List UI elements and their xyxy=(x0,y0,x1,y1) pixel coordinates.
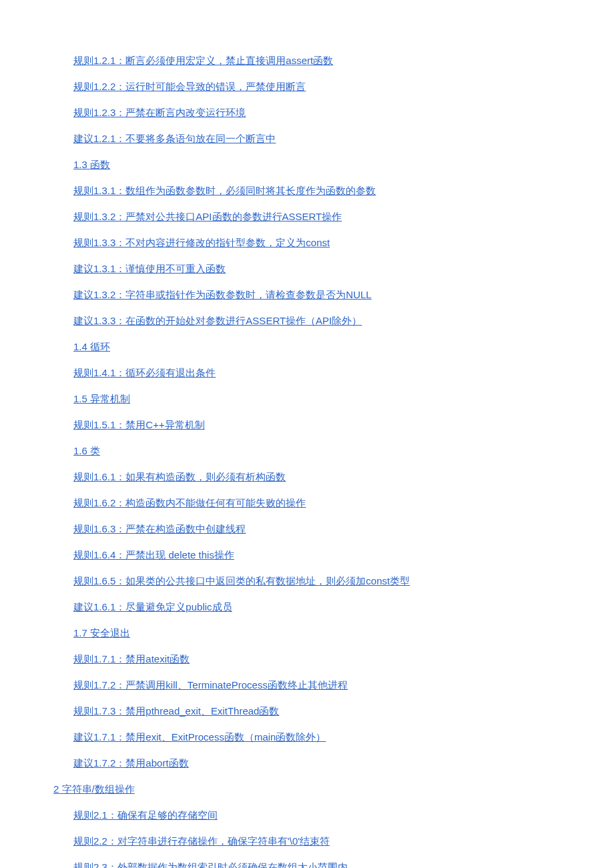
toc-entry: 规则1.6.4：严禁出现 delete this操作 xyxy=(73,548,587,562)
toc-link[interactable]: 规则1.7.3：禁用pthread_exit、ExitThread函数 xyxy=(73,705,279,717)
toc-entry: 1.5 异常机制 xyxy=(73,392,587,406)
toc-entry: 规则1.2.2：运行时可能会导致的错误，严禁使用断言 xyxy=(73,79,587,93)
toc-entry: 规则1.6.1：如果有构造函数，则必须有析构函数 xyxy=(73,470,587,484)
toc-link[interactable]: 建议1.3.1：谨慎使用不可重入函数 xyxy=(73,263,226,274)
toc-link[interactable]: 规则1.6.5：如果类的公共接口中返回类的私有数据地址，则必须加const类型 xyxy=(73,575,410,586)
toc-link[interactable]: 规则1.6.2：构造函数内不能做任何有可能失败的操作 xyxy=(73,497,306,508)
toc-link[interactable]: 1.6 类 xyxy=(73,445,100,456)
toc-link[interactable]: 规则1.2.1：断言必须使用宏定义，禁止直接调用assert函数 xyxy=(73,55,333,66)
toc-entry: 规则1.3.1：数组作为函数参数时，必须同时将其长度作为函数的参数 xyxy=(73,183,587,197)
toc-link[interactable]: 规则2.1：确保有足够的存储空间 xyxy=(73,809,218,821)
toc-link[interactable]: 建议1.2.1：不要将多条语句放在同一个断言中 xyxy=(73,133,276,144)
toc-entry: 建议1.7.2：禁用abort函数 xyxy=(73,756,587,770)
toc-link[interactable]: 建议1.7.1：禁用exit、ExitProcess函数（main函数除外） xyxy=(73,731,326,743)
toc-link[interactable]: 规则1.3.3：不对内容进行修改的指针型参数，定义为const xyxy=(73,237,330,248)
toc-entry: 建议1.2.1：不要将多条语句放在同一个断言中 xyxy=(73,131,587,145)
toc-entry: 规则1.6.2：构造函数内不能做任何有可能失败的操作 xyxy=(73,496,587,510)
toc-link[interactable]: 规则1.2.3：严禁在断言内改变运行环境 xyxy=(73,107,246,118)
toc-link[interactable]: 建议1.6.1：尽量避免定义public成员 xyxy=(73,601,232,612)
toc-link[interactable]: 规则1.7.1：禁用atexit函数 xyxy=(73,653,190,665)
toc-entry: 规则1.6.5：如果类的公共接口中返回类的私有数据地址，则必须加const类型 xyxy=(73,574,587,588)
toc-link[interactable]: 1.4 循环 xyxy=(73,341,110,352)
toc-link[interactable]: 规则1.6.1：如果有构造函数，则必须有析构函数 xyxy=(73,471,286,482)
toc-link[interactable]: 1.7 安全退出 xyxy=(73,627,130,638)
toc-entry: 规则1.6.3：严禁在构造函数中创建线程 xyxy=(73,522,587,536)
toc-link[interactable]: 规则1.4.1：循环必须有退出条件 xyxy=(73,367,216,378)
toc-entry: 规则2.2：对字符串进行存储操作，确保字符串有'\0'结束符 xyxy=(73,834,587,848)
toc-entry: 规则2.1：确保有足够的存储空间 xyxy=(73,808,587,822)
toc-entry: 2 字符串/数组操作 xyxy=(53,782,587,796)
toc-link[interactable]: 建议1.7.2：禁用abort函数 xyxy=(73,757,189,769)
toc-entry: 规则1.7.2：严禁调用kill、TerminateProcess函数终止其他进… xyxy=(73,678,587,692)
toc-entry: 规则1.3.2：严禁对公共接口API函数的参数进行ASSERT操作 xyxy=(73,209,587,224)
toc-link[interactable]: 2 字符串/数组操作 xyxy=(53,783,135,795)
toc-link[interactable]: 规则1.6.3：严禁在构造函数中创建线程 xyxy=(73,523,246,534)
toc-entry: 建议1.6.1：尽量避免定义public成员 xyxy=(73,600,587,614)
toc-entry: 建议1.3.2：字符串或指针作为函数参数时，请检查参数是否为NULL xyxy=(73,288,587,302)
toc-link[interactable]: 规则1.7.2：严禁调用kill、TerminateProcess函数终止其他进… xyxy=(73,679,348,691)
toc-link[interactable]: 规则2.3：外部数据作为数组索引时必须确保在数组大小范围内 xyxy=(73,861,348,868)
toc-entry: 建议1.3.1：谨慎使用不可重入函数 xyxy=(73,262,587,276)
toc-link[interactable]: 1.5 异常机制 xyxy=(73,393,130,404)
toc-entry: 1.3 函数 xyxy=(73,157,587,171)
toc-link[interactable]: 建议1.3.2：字符串或指针作为函数参数时，请检查参数是否为NULL xyxy=(73,289,372,300)
toc-link[interactable]: 规则1.5.1：禁用C++异常机制 xyxy=(73,419,205,430)
toc-entry: 建议1.7.1：禁用exit、ExitProcess函数（main函数除外） xyxy=(73,730,587,744)
toc-entry: 规则2.3：外部数据作为数组索引时必须确保在数组大小范围内 xyxy=(73,860,587,868)
toc-entry: 1.7 安全退出 xyxy=(73,626,587,640)
toc-entry: 1.4 循环 xyxy=(73,340,587,354)
toc-entry: 规则1.4.1：循环必须有退出条件 xyxy=(73,366,587,380)
toc-link[interactable]: 1.3 函数 xyxy=(73,159,110,170)
toc-entry: 规则1.2.3：严禁在断言内改变运行环境 xyxy=(73,105,587,119)
toc-link[interactable]: 规则1.3.1：数组作为函数参数时，必须同时将其长度作为函数的参数 xyxy=(73,185,376,196)
toc-link[interactable]: 规则1.6.4：严禁出现 delete this操作 xyxy=(73,549,234,560)
toc-link[interactable]: 规则1.3.2：严禁对公共接口API函数的参数进行ASSERT操作 xyxy=(73,211,342,222)
toc-entry: 规则1.2.1：断言必须使用宏定义，禁止直接调用assert函数 xyxy=(73,53,587,67)
table-of-contents: 规则1.2.1：断言必须使用宏定义，禁止直接调用assert函数规则1.2.2：… xyxy=(0,53,614,868)
toc-entry: 1.6 类 xyxy=(73,444,587,458)
toc-entry: 规则1.5.1：禁用C++异常机制 xyxy=(73,418,587,432)
toc-link[interactable]: 规则2.2：对字符串进行存储操作，确保字符串有'\0'结束符 xyxy=(73,835,330,847)
toc-entry: 建议1.3.3：在函数的开始处对参数进行ASSERT操作（API除外） xyxy=(73,314,587,328)
toc-entry: 规则1.7.1：禁用atexit函数 xyxy=(73,652,587,666)
toc-entry: 规则1.7.3：禁用pthread_exit、ExitThread函数 xyxy=(73,704,587,718)
toc-link[interactable]: 规则1.2.2：运行时可能会导致的错误，严禁使用断言 xyxy=(73,81,306,92)
toc-entry: 规则1.3.3：不对内容进行修改的指针型参数，定义为const xyxy=(73,236,587,250)
toc-link[interactable]: 建议1.3.3：在函数的开始处对参数进行ASSERT操作（API除外） xyxy=(73,315,362,326)
